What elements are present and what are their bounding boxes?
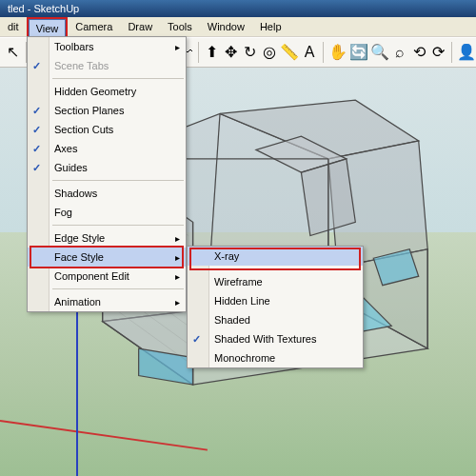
menu-label: Face Style bbox=[54, 251, 104, 263]
tool-text[interactable]: A bbox=[301, 41, 318, 64]
submenu-arrow-icon: ▸ bbox=[175, 252, 180, 263]
submenu-monochrome[interactable]: Monochrome bbox=[188, 348, 363, 367]
view-dropdown: Toolbars ▸ ✓ Scene Tabs Hidden Geometry … bbox=[27, 36, 187, 312]
tool-offset[interactable]: ◎ bbox=[261, 41, 278, 64]
tool-zoom-extents[interactable]: ⌕ bbox=[391, 41, 408, 64]
face-style-submenu: X-ray Wireframe Hidden Line Shaded ✓ Sha… bbox=[187, 246, 364, 368]
tool-rotate[interactable]: ↻ bbox=[242, 41, 259, 64]
menu-section-planes[interactable]: ✓ Section Planes bbox=[28, 101, 186, 120]
menu-label: Hidden Line bbox=[214, 295, 270, 307]
menu-label: Animation bbox=[54, 296, 101, 307]
tool-pan[interactable]: ✋ bbox=[328, 41, 347, 64]
check-icon: ✓ bbox=[32, 143, 41, 155]
submenu-arrow-icon: ▸ bbox=[175, 297, 180, 307]
tool-zoom[interactable]: 🔍 bbox=[370, 41, 389, 64]
menu-scene-tabs: ✓ Scene Tabs bbox=[28, 56, 186, 75]
menu-label: Scene Tabs bbox=[54, 60, 109, 71]
menu-label: Shaded With Textures bbox=[214, 333, 316, 345]
menu-label: Wireframe bbox=[214, 276, 263, 288]
tool-select[interactable]: ↖ bbox=[4, 41, 21, 64]
menu-face-style[interactable]: Face Style ▸ bbox=[28, 248, 186, 267]
menu-label: Component Edit bbox=[54, 270, 129, 282]
toolbar-separator bbox=[451, 42, 452, 63]
tool-orbit[interactable]: 🔄 bbox=[349, 41, 368, 64]
check-icon: ✓ bbox=[32, 60, 41, 72]
check-icon: ✓ bbox=[192, 333, 201, 346]
submenu-xray[interactable]: X-ray bbox=[188, 247, 363, 266]
menu-label: Section Cuts bbox=[54, 124, 113, 135]
menu-guides[interactable]: ✓ Guides bbox=[28, 158, 186, 177]
menu-separator bbox=[212, 268, 361, 269]
menu-hidden-geometry[interactable]: Hidden Geometry bbox=[28, 82, 186, 101]
menu-separator bbox=[52, 180, 184, 181]
menu-label: Toolbars bbox=[54, 41, 94, 52]
check-icon: ✓ bbox=[32, 105, 41, 117]
menu-label: Shadows bbox=[54, 188, 97, 199]
toolbar-separator bbox=[323, 42, 324, 63]
window-titlebar: tled - SketchUp bbox=[0, 0, 476, 17]
menu-label: Monochrome bbox=[214, 352, 275, 364]
menu-edge-style[interactable]: Edge Style ▸ bbox=[28, 228, 186, 248]
tool-prev[interactable]: ⟲ bbox=[410, 41, 427, 64]
menu-window[interactable]: Window bbox=[200, 17, 252, 36]
menubar: dit View Camera Draw Tools Window Help bbox=[0, 17, 476, 37]
menu-label: X-ray bbox=[214, 250, 239, 262]
menu-separator bbox=[52, 225, 184, 226]
menu-shadows[interactable]: Shadows bbox=[28, 184, 186, 203]
window-title: tled - SketchUp bbox=[8, 3, 79, 14]
menu-draw[interactable]: Draw bbox=[120, 17, 160, 36]
menu-axes[interactable]: ✓ Axes bbox=[28, 139, 186, 158]
menu-label: Axes bbox=[54, 143, 77, 154]
menu-camera[interactable]: Camera bbox=[68, 17, 120, 36]
submenu-shaded[interactable]: Shaded bbox=[188, 310, 363, 329]
tool-person[interactable]: 👤 bbox=[457, 41, 476, 64]
menu-separator bbox=[52, 288, 184, 289]
submenu-hidden-line[interactable]: Hidden Line bbox=[188, 291, 363, 310]
menu-label: Hidden Geometry bbox=[54, 86, 136, 97]
menu-section-cuts[interactable]: ✓ Section Cuts bbox=[28, 120, 186, 139]
submenu-arrow-icon: ▸ bbox=[175, 42, 180, 52]
menu-label: Section Planes bbox=[54, 105, 124, 116]
submenu-arrow-icon: ▸ bbox=[175, 233, 180, 244]
check-icon: ✓ bbox=[32, 162, 41, 174]
menu-label: Shaded bbox=[214, 314, 250, 326]
submenu-wireframe[interactable]: Wireframe bbox=[188, 272, 363, 291]
menu-label: Fog bbox=[54, 207, 72, 218]
check-icon: ✓ bbox=[32, 124, 41, 136]
tool-push[interactable]: ⬆ bbox=[203, 41, 220, 64]
toolbar-separator bbox=[198, 42, 199, 63]
tool-move[interactable]: ✥ bbox=[223, 41, 240, 64]
tool-next[interactable]: ⟳ bbox=[429, 41, 446, 64]
menu-animation[interactable]: Animation ▸ bbox=[28, 292, 186, 311]
menu-help[interactable]: Help bbox=[252, 17, 289, 36]
menu-label: Edge Style bbox=[54, 232, 105, 244]
tool-tape[interactable]: 📏 bbox=[280, 41, 299, 64]
menu-label: Guides bbox=[54, 162, 88, 173]
menu-toolbars[interactable]: Toolbars ▸ bbox=[28, 37, 186, 56]
menu-component-edit[interactable]: Component Edit ▸ bbox=[28, 267, 186, 286]
menu-fog[interactable]: Fog bbox=[28, 203, 186, 222]
submenu-shaded-textures[interactable]: ✓ Shaded With Textures bbox=[188, 329, 363, 348]
menu-tools[interactable]: Tools bbox=[160, 17, 200, 36]
menu-edit[interactable]: dit bbox=[0, 17, 27, 36]
menu-separator bbox=[52, 78, 184, 79]
highlight-view: View bbox=[27, 17, 69, 38]
submenu-arrow-icon: ▸ bbox=[175, 271, 180, 282]
